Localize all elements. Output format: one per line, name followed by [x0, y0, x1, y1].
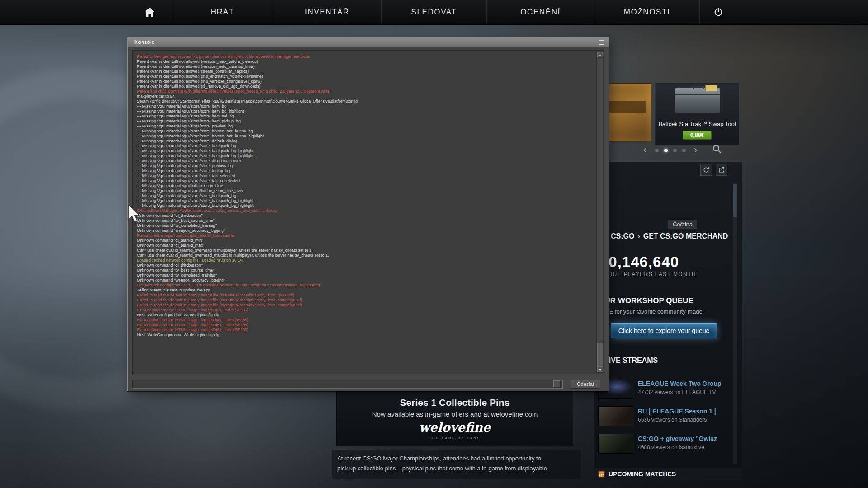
news-headline: CS:GO›GET CS:GO MERCHAND [611, 232, 733, 240]
console-line: Parent cvar in client.dll not allowed (w… [137, 59, 594, 64]
welovefine-logo: welovefine [337, 420, 573, 434]
stream-title: RU | ELEAGUE Season 1 | [638, 408, 739, 415]
nav-item-watch[interactable]: SLEDOVAT [381, 0, 486, 24]
console-window: Konzole Failed to load gamerulescvars.tx… [127, 37, 609, 391]
main-nav: HRÁT INVENTÁŘ SLEDOVAT OCENĚNÍ MOŽNOSTI [0, 0, 868, 25]
welovefine-tagline: FOR FANS BY FANS [337, 436, 573, 440]
live-streams-title: LIVE STREAMS [604, 357, 658, 365]
console-line: Parent cvar in client.dll not allowed (m… [137, 74, 594, 79]
case-sticker [705, 85, 717, 91]
nav-item-awards[interactable]: OCENĚNÍ [486, 0, 594, 24]
upcoming-matches-title: UPCOMING MATCHES [609, 470, 676, 478]
console-line: Unknown command "tv_completed_training" [137, 273, 594, 278]
refresh-icon [703, 167, 709, 173]
pins-description-line: pick up collectible pins – physical pins… [337, 464, 576, 474]
home-icon [144, 7, 155, 17]
pins-description-line: At recent CS:GO Major Championships, att… [337, 454, 576, 464]
console-line: Unknown command "tv_completed_training" [137, 223, 594, 228]
console-input-side-button[interactable] [553, 380, 561, 388]
stream-viewers: 4688 viewers on isamuxlive [638, 444, 739, 450]
console-send-button[interactable]: Odeslat [571, 380, 600, 389]
console-line: --- Missing Vgui material vgui/store/sto… [137, 149, 594, 154]
nav-label: HRÁT [211, 8, 235, 17]
console-line: Can't use cheat cvar cl_teamid_overhead … [137, 248, 594, 253]
pins-title: Series 1 Collectible Pins [337, 397, 573, 408]
refresh-button[interactable] [700, 164, 712, 176]
news-scrollbar[interactable] [733, 183, 737, 464]
console-line: --- Missing Vgui material vgui/button_ec… [137, 183, 594, 188]
nav-label: MOŽNOSTI [624, 8, 670, 17]
carousel-dot[interactable] [682, 149, 686, 152]
power-icon [713, 7, 723, 17]
carousel-next-button[interactable]: › [694, 145, 697, 155]
console-line: --- Missing Vgui material vgui/store/sto… [137, 154, 594, 159]
players-caption: UNIQUE PLAYERS LAST MONTH [597, 271, 696, 277]
scroll-up-button[interactable]: ▲ [597, 52, 603, 58]
console-line: --- Missing Vgui material vgui/store/sto… [137, 198, 594, 203]
nav-label: OCENĚNÍ [520, 8, 561, 17]
nav-item-options[interactable]: MOŽNOSTI [594, 0, 699, 24]
console-line: --- Missing Vgui material vgui/store/sto… [137, 174, 594, 178]
carousel-dot[interactable] [673, 149, 677, 152]
stream-item[interactable]: ELEAGUE Week Two Group47732 viewers on E… [598, 379, 739, 399]
workshop-queue-subtitle: VOTE for your favorite community-made [597, 308, 703, 315]
console-line: Failed to read the default inventory ima… [137, 303, 594, 308]
console-line: Error getting chrome HTML image: imageID… [137, 308, 594, 313]
collectible-pins-panel[interactable]: Series 1 Collectible Pins Now available … [336, 387, 573, 446]
carousel-dot[interactable] [655, 149, 659, 152]
headline-link[interactable]: GET CS:GO MERCHAND [643, 232, 728, 240]
console-scrollbar[interactable]: ▲ ▼ [596, 51, 603, 373]
console-line: --- Missing Vgui material vgui/store/sto… [137, 139, 594, 144]
console-line: Parent cvar in client.dll not allowed (s… [137, 69, 594, 74]
console-line: Unknown command "weapon_accuracy_logging… [137, 278, 594, 283]
console-line: maxplayers set to 64 [137, 94, 594, 99]
console-titlebar[interactable]: Konzole [128, 38, 609, 47]
console-line: --- Missing Vgui material vgui/store/sto… [137, 193, 594, 198]
stream-item[interactable]: RU | ELEAGUE Season 1 |6536 viewers on S… [598, 406, 739, 426]
upcoming-matches-bar[interactable]: UPCOMING MATCHES [594, 468, 742, 480]
carousel-dots [655, 149, 686, 152]
nav-item-play[interactable]: HRÁT [172, 0, 273, 24]
console-line: Got network config from CDN. Data contai… [137, 283, 594, 288]
language-button[interactable]: Čeština [668, 219, 698, 229]
console-line: Unknown command "cl_thirdperson" [137, 263, 594, 268]
store-search-button[interactable] [712, 144, 723, 155]
store-item-price-badge: 0,88€ [683, 131, 712, 140]
console-line: Failed to load gamerulescvars.txt, game … [137, 54, 594, 59]
stream-title: CS:GO + giveaway "Gwiaz [638, 435, 739, 442]
console-line: --- Missing Vgui material vgui/store/sto… [137, 114, 594, 119]
console-line: Unknown command "tv_best_course_time" [137, 218, 594, 223]
main-nav-items: HRÁT INVENTÁŘ SLEDOVAT OCENĚNÍ MOŽNOSTI [127, 0, 737, 24]
stream-thumbnail [598, 434, 633, 454]
console-line: --- Missing Vgui material vgui/store/sto… [137, 124, 594, 129]
store-item-swap-tool[interactable]: Balíček StatTrak™ Swap Tool 0,88€ [655, 83, 739, 145]
console-line: --- Missing Vgui material vgui/store/sto… [137, 129, 594, 134]
stream-item[interactable]: CS:GO + giveaway "Gwiaz4688 viewers on i… [598, 434, 739, 454]
swap-tool-case-image [675, 87, 720, 113]
explore-queue-button[interactable]: Click here to explore your queue [611, 323, 717, 338]
nav-home-button[interactable] [127, 0, 172, 24]
news-scrollbar-thumb[interactable] [733, 184, 737, 217]
store-carousel: Balíček StatTrak™ Swap Tool 0,88€ ‹ › [598, 77, 742, 161]
console-input[interactable] [132, 380, 563, 389]
headline-brand: CS:GO [611, 232, 634, 240]
carousel-dot[interactable] [664, 149, 668, 152]
popout-button[interactable] [716, 164, 727, 176]
scroll-down-button[interactable]: ▼ [597, 366, 603, 373]
console-line: --- Missing Vgui material vgui/store/sto… [137, 104, 594, 109]
maximize-button[interactable] [599, 40, 604, 45]
console-line: --- Missing Vgui material vgui/store/sto… [137, 109, 594, 114]
nav-quit-button[interactable] [699, 0, 737, 24]
carousel-prev-button[interactable]: ‹ [643, 145, 646, 155]
console-line: Unknown command "cl_teamid_min" [137, 238, 594, 243]
stream-viewers: 47732 viewers on ELEAGUE TV [638, 389, 739, 395]
nav-item-inventory[interactable]: INVENTÁŘ [273, 0, 381, 24]
console-line: Failed to read the default inventory ima… [137, 298, 594, 303]
console-line: --- Missing Vgui material vgui/store/sto… [137, 178, 594, 183]
console-line: Host_WriteConfiguration: Wrote cfg/confi… [137, 333, 594, 338]
console-scrollbar-thumb[interactable] [597, 343, 603, 366]
console-line: --- Missing Vgui material vgui/store/sto… [137, 119, 594, 124]
stream-thumbnail [598, 406, 633, 426]
console-line: Loaded cached network config file. Loade… [137, 258, 594, 263]
nav-label: INVENTÁŘ [305, 8, 349, 17]
